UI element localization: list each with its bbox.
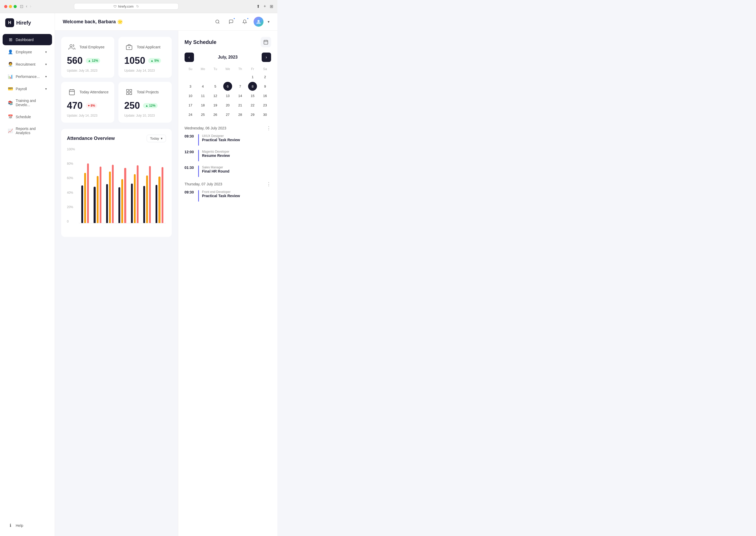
event-details: Sales Manager Final HR Round: [202, 165, 271, 173]
stat-badge-projects: ▲ 12%: [143, 103, 157, 108]
chevron-down-icon: ▾: [45, 87, 47, 91]
calendar-day[interactable]: 11: [198, 91, 207, 100]
stat-value-projects: 250 ▲ 12%: [124, 100, 166, 111]
stat-label: Total Applicant: [137, 45, 160, 49]
bar-group: [81, 148, 89, 223]
chevron-left-icon[interactable]: ‹: [26, 4, 27, 9]
bar-red: [124, 168, 126, 223]
event-item: 09:30 Front end Developer Practical Task…: [184, 190, 271, 202]
sidebar-item-performance[interactable]: 📊 Performance... ▾: [3, 71, 52, 82]
stat-label: Today Attendance: [80, 90, 109, 94]
calendar-month: July, 2023: [218, 55, 237, 60]
calendar-day[interactable]: 2: [261, 72, 270, 81]
message-badge: [233, 17, 235, 19]
chart-filter-dropdown[interactable]: Today ▾: [147, 135, 166, 142]
schedule-date-label: Wednesday, 06 July 2023: [184, 126, 226, 130]
calendar-day[interactable]: 8: [248, 82, 257, 91]
calendar-day[interactable]: 16: [261, 91, 270, 100]
tabs-icon[interactable]: ⊞: [270, 4, 273, 9]
calendar-day[interactable]: 28: [236, 110, 245, 119]
calendar-day[interactable]: 24: [186, 110, 195, 119]
bar-red: [137, 165, 139, 223]
calendar-next-button[interactable]: ›: [262, 52, 271, 62]
stat-card-employee: Total Employee 560 ▲ 12% Update: July 16…: [61, 37, 114, 78]
event-time: 09:30: [184, 190, 195, 194]
calendar-grid: SuMoTuWeThFrSa12345678910111213141516171…: [184, 66, 271, 119]
chevron-right-icon[interactable]: ›: [30, 4, 31, 9]
notifications-button[interactable]: [240, 17, 249, 26]
new-tab-icon[interactable]: +: [264, 4, 266, 9]
bar-group: [118, 148, 126, 223]
calendar-day[interactable]: 27: [223, 110, 232, 119]
avatar-chevron[interactable]: ▾: [268, 19, 270, 24]
address-bar[interactable]: 🛡 hirefy.com ↻: [74, 3, 179, 10]
stat-card-header: Today Attendance: [67, 87, 109, 97]
calendar-day[interactable]: 25: [198, 110, 207, 119]
bar-red: [162, 167, 163, 223]
svg-rect-6: [69, 90, 75, 95]
schedule-title: My Schedule: [184, 39, 216, 45]
calendar-day[interactable]: 5: [211, 82, 220, 91]
stat-card-header: Total Applicant: [124, 42, 166, 52]
event-role: UI/UX Designer: [202, 134, 271, 138]
sidebar-item-dashboard[interactable]: ⊞ Dashboard: [3, 34, 52, 45]
calendar-prev-button[interactable]: ‹: [184, 52, 194, 62]
traffic-lights[interactable]: [4, 5, 17, 8]
search-button[interactable]: [213, 17, 222, 26]
sidebar-toggle-icon[interactable]: ⊡: [20, 4, 23, 9]
calendar-day[interactable]: 14: [236, 91, 245, 100]
calendar-day: [223, 72, 232, 81]
calendar-day[interactable]: 10: [186, 91, 195, 100]
calendar-day-header: We: [222, 66, 234, 72]
bar-group: [155, 148, 163, 223]
schedule-more-button[interactable]: ⋮: [266, 181, 271, 187]
avatar[interactable]: [253, 17, 264, 27]
schedule-more-button[interactable]: ⋮: [266, 125, 271, 131]
event-details: Front end Developer Practical Task Revie…: [202, 190, 271, 198]
calendar-day[interactable]: 26: [211, 110, 220, 119]
chevron-down-icon: ▾: [45, 75, 47, 79]
calendar-day[interactable]: 22: [248, 101, 257, 110]
sidebar-item-recruitment[interactable]: 🧑‍💼 Recruitment ▾: [3, 58, 52, 70]
calendar-day[interactable]: 12: [211, 91, 220, 100]
share-icon[interactable]: ⬆: [256, 4, 260, 9]
messages-button[interactable]: [226, 17, 236, 26]
calendar-day[interactable]: 29: [248, 110, 257, 119]
calendar-day[interactable]: 13: [223, 91, 232, 100]
minimize-button[interactable]: [9, 5, 12, 8]
applicant-stat-icon: [124, 42, 134, 52]
chrome-nav[interactable]: ⊡ ‹ ›: [20, 4, 31, 9]
close-button[interactable]: [4, 5, 7, 8]
calendar-day[interactable]: 21: [236, 101, 245, 110]
sidebar-item-help[interactable]: ℹ Help: [3, 520, 52, 531]
calendar-day[interactable]: 23: [261, 101, 270, 110]
calendar-day[interactable]: 7: [236, 82, 245, 91]
bar-group: [106, 148, 114, 223]
calendar-day[interactable]: 4: [198, 82, 207, 91]
calendar-icon-button[interactable]: [261, 37, 271, 47]
reload-icon[interactable]: ↻: [136, 4, 139, 8]
maximize-button[interactable]: [14, 5, 17, 8]
calendar-day[interactable]: 6: [223, 82, 232, 91]
calendar-day[interactable]: 19: [211, 101, 220, 110]
calendar-day[interactable]: 15: [248, 91, 257, 100]
svg-rect-13: [130, 92, 132, 95]
calendar-day[interactable]: 3: [186, 82, 195, 91]
stat-badge-employee: ▲ 12%: [86, 58, 100, 63]
calendar-day[interactable]: 9: [261, 82, 270, 91]
sidebar-item-payroll[interactable]: 💳 Payroll ▾: [3, 83, 52, 94]
bar-orange: [97, 176, 99, 223]
filter-label: Today: [150, 137, 159, 140]
sidebar-item-employee[interactable]: 👤 Employee ▾: [3, 46, 52, 57]
bar-black: [81, 185, 83, 223]
sidebar-item-training[interactable]: 📚 Training and Develo...: [3, 95, 52, 110]
calendar-day[interactable]: 20: [223, 101, 232, 110]
sidebar-item-reports[interactable]: 📈 Reports and Analytics: [3, 123, 52, 138]
event-time: 01:30: [184, 165, 195, 170]
sidebar-item-logout[interactable]: ⬚ Logout: [3, 532, 52, 536]
calendar-day[interactable]: 30: [261, 110, 270, 119]
sidebar-item-schedule[interactable]: 📅 Schedule: [3, 111, 52, 122]
calendar-day[interactable]: 17: [186, 101, 195, 110]
calendar-day[interactable]: 18: [198, 101, 207, 110]
calendar-day[interactable]: 1: [248, 72, 257, 81]
